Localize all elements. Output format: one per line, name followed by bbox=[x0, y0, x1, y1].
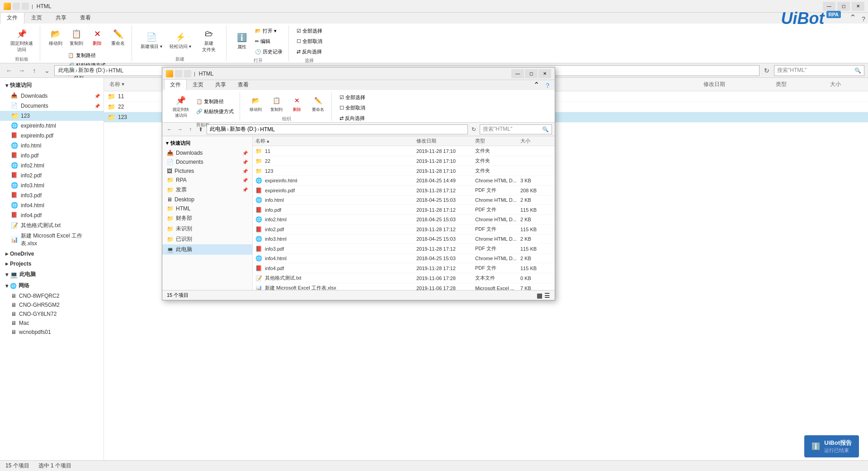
inner-address-path[interactable]: 此电脑 › 新加卷 (D:) › HTML bbox=[207, 124, 468, 134]
inner-col-name[interactable]: 名称 ▴ bbox=[255, 138, 416, 144]
new-folder-btn[interactable]: 🗁 新建 文件夹 bbox=[195, 26, 222, 55]
inner-sidebar-html[interactable]: 📁 HTML bbox=[162, 204, 252, 213]
onedrive-toggle[interactable]: ▸ OneDrive bbox=[0, 249, 104, 259]
sidebar-item-documents[interactable]: 📄 Documents 📌 bbox=[0, 101, 104, 111]
inner-copy-btn[interactable]: 📋 复制到 bbox=[266, 93, 286, 115]
close-button[interactable]: ✕ bbox=[852, 2, 864, 11]
sidebar-item-excel[interactable]: 📊 新建 Microsoft Excel 工作表.xlsx bbox=[0, 231, 104, 249]
tab-share[interactable]: 共享 bbox=[49, 12, 73, 24]
inner-refresh-btn[interactable]: ↻ bbox=[469, 125, 478, 134]
inner-table-row[interactable]: 🌐info4.html 2018-04-25 15:03 Chrome HTML… bbox=[253, 254, 555, 263]
quick-access-toggle[interactable]: ▾ 快速访问 bbox=[0, 80, 104, 91]
col-size[interactable]: 大小 bbox=[828, 80, 864, 89]
col-date[interactable]: 修改日期 bbox=[702, 80, 774, 89]
sidebar-item-info2-html[interactable]: 🌐 info2.html bbox=[0, 161, 104, 171]
inner-select-all-btn[interactable]: ☑ 全部选择 bbox=[337, 93, 368, 102]
inner-tab-home[interactable]: 主页 bbox=[187, 79, 209, 90]
inner-up-btn[interactable]: ↑ bbox=[186, 125, 195, 134]
sidebar-item-mac[interactable]: 🖥 Mac bbox=[0, 319, 104, 328]
inner-col-type[interactable]: 类型 bbox=[475, 138, 520, 144]
tab-file[interactable]: 文件 bbox=[0, 12, 24, 24]
inner-back-btn[interactable]: ← bbox=[165, 125, 174, 134]
inner-tab-share[interactable]: 共享 bbox=[209, 79, 232, 90]
inner-sidebar-pictures[interactable]: 🖼 Pictures 📌 bbox=[162, 167, 252, 176]
inner-sidebar-rpa[interactable]: 📁 RPA 📌 bbox=[162, 176, 252, 185]
rename-btn[interactable]: ✏️ 重命名 bbox=[108, 26, 128, 49]
refresh-btn[interactable]: ↻ bbox=[761, 65, 772, 76]
easy-access-btn[interactable]: ⚡ 轻松访问 ▾ bbox=[166, 29, 194, 52]
inner-table-row[interactable]: 📕expireinfo.pdf 2019-11-28 17:12 PDF 文件 … bbox=[253, 186, 555, 195]
sidebar-item-expireinfo-pdf[interactable]: 📕 expireinfo.pdf bbox=[0, 131, 104, 141]
inner-col-date[interactable]: 修改日期 bbox=[416, 138, 475, 144]
sidebar-item-info-pdf[interactable]: 📕 info.pdf bbox=[0, 151, 104, 161]
inner-table-row[interactable]: 📕info.pdf 2019-11-28 17:12 PDF 文件 115 KB bbox=[253, 205, 555, 215]
inner-sidebar-downloads[interactable]: 📥 Downloads 📌 bbox=[162, 148, 252, 157]
inner-sidebar-unrecognized[interactable]: 📁 未识别 bbox=[162, 224, 252, 234]
open-btn[interactable]: 📂 打开 ▾ bbox=[253, 26, 285, 36]
properties-btn[interactable]: ℹ️ 属性 bbox=[232, 30, 252, 52]
sidebar-item-cno-8wfqrc2[interactable]: 🖥 CNO-8WFQRC2 bbox=[0, 291, 104, 300]
sidebar-item-info-html[interactable]: 🌐 info.html bbox=[0, 141, 104, 151]
inner-table-row[interactable]: 🌐expireinfo.html 2018-04-25 14:49 Chrome… bbox=[253, 176, 555, 186]
forward-btn[interactable]: → bbox=[16, 65, 27, 76]
inner-col-size[interactable]: 大小 bbox=[520, 138, 552, 144]
inner-delete-btn[interactable]: ✕ 删除 bbox=[287, 93, 307, 115]
this-pc-toggle[interactable]: ▾ 💻 此电脑 bbox=[0, 269, 104, 280]
search-box[interactable]: 搜索"HTML" 🔍 bbox=[774, 65, 864, 76]
inner-search-box[interactable]: 搜索"HTML" 🔍 bbox=[480, 124, 552, 134]
new-item-btn[interactable]: 📄 新建项目 ▾ bbox=[137, 29, 165, 52]
inner-sidebar-recognized[interactable]: 📁 已识别 bbox=[162, 234, 252, 244]
sidebar-item-expireinfo-html[interactable]: 🌐 expireinfo.html bbox=[0, 121, 104, 131]
move-to-btn[interactable]: 📂 移动到 bbox=[46, 26, 66, 49]
inner-close-btn[interactable]: ✕ bbox=[538, 69, 551, 78]
inner-table-row[interactable]: 📁11 2019-11-28 17:10 文件夹 bbox=[253, 146, 555, 156]
sidebar-item-info3-pdf[interactable]: 📕 info3.pdf bbox=[0, 190, 104, 200]
projects-toggle[interactable]: ▸ Projects bbox=[0, 259, 104, 269]
back-btn[interactable]: ← bbox=[4, 65, 14, 76]
sidebar-item-info3-html[interactable]: 🌐 info3.html bbox=[0, 181, 104, 190]
sidebar-item-wcnobpdfs01[interactable]: 🖥 wcnobpdfs01 bbox=[0, 328, 104, 337]
inner-table-row[interactable]: 🌐info2.html 2018-04-25 15:03 Chrome HTML… bbox=[253, 215, 555, 224]
history-btn[interactable]: 🕐 历史记录 bbox=[253, 47, 285, 57]
inner-invert-btn[interactable]: ⇄ 反向选择 bbox=[337, 114, 368, 123]
sidebar-item-test-txt[interactable]: 📝 其他格式测试.txt bbox=[0, 220, 104, 231]
sidebar-item-info4-html[interactable]: 🌐 info4.html bbox=[0, 200, 104, 210]
col-type[interactable]: 类型 bbox=[774, 80, 828, 89]
inner-copy-path-btn[interactable]: 📋 复制路径 bbox=[194, 97, 236, 106]
inner-up2-btn[interactable]: ⬆ bbox=[196, 125, 205, 134]
uibot-status-badge[interactable]: ℹ️ UiBot报告 运行已结束 bbox=[804, 435, 859, 457]
inner-sidebar-documents[interactable]: 📄 Documents 📌 bbox=[162, 157, 252, 167]
sidebar-item-downloads[interactable]: 📥 Downloads 📌 bbox=[0, 91, 104, 101]
invert-selection-btn[interactable]: ⇄ 反向选择 bbox=[294, 47, 325, 57]
up-btn[interactable]: ↑ bbox=[29, 65, 40, 76]
inner-select-none-btn[interactable]: ☐ 全部取消 bbox=[337, 103, 368, 113]
tab-home[interactable]: 主页 bbox=[24, 12, 49, 24]
inner-list-view-btn[interactable]: ☰ bbox=[544, 292, 550, 299]
tab-view[interactable]: 查看 bbox=[73, 12, 98, 24]
inner-sidebar-desktop[interactable]: 🖥 Desktop bbox=[162, 195, 252, 204]
inner-ribbon-collapse-btn[interactable]: ⌃ bbox=[531, 80, 542, 90]
sidebar-item-cno-ghr5gm2[interactable]: 🖥 CNO-GHR5GM2 bbox=[0, 300, 104, 309]
inner-quick-access-toggle[interactable]: ▾ 快速访问 bbox=[162, 138, 252, 148]
inner-table-row[interactable]: 📁123 2019-11-28 17:10 文件夹 bbox=[253, 166, 555, 176]
sidebar-item-cno-gy8ln72[interactable]: 🖥 CNO-GY8LN72 bbox=[0, 309, 104, 319]
pin-quick-access-btn[interactable]: 📌 固定到快速 访问 bbox=[7, 26, 36, 55]
inner-table-row[interactable]: 📁22 2019-11-28 17:10 文件夹 bbox=[253, 156, 555, 166]
ribbon-collapse-btn[interactable]: ⌃ bbox=[847, 12, 859, 24]
copy-path-btn[interactable]: 📋 复制路径 bbox=[66, 51, 108, 60]
inner-table-row[interactable]: 📝其他格式测试.txt 2019-11-06 17:28 文本文件 0 KB bbox=[253, 273, 555, 283]
inner-table-row[interactable]: 📊新建 Microsoft Excel 工作表.xlsx 2019-11-06 … bbox=[253, 283, 555, 290]
inner-details-view-btn[interactable]: ▦ bbox=[537, 292, 542, 299]
inner-sidebar-finance[interactable]: 📁 财务部 bbox=[162, 213, 252, 224]
inner-table-row[interactable]: 📕info3.pdf 2019-11-28 17:12 PDF 文件 115 K… bbox=[253, 244, 555, 254]
inner-forward-btn[interactable]: → bbox=[175, 125, 184, 134]
delete-btn[interactable]: ✕ 删除 bbox=[87, 26, 107, 49]
inner-rename-btn[interactable]: ✏️ 重命名 bbox=[308, 93, 328, 115]
inner-sidebar-this-pc[interactable]: 💻 此电脑 bbox=[162, 244, 252, 255]
recent-locations-btn[interactable]: ⌄ bbox=[42, 65, 52, 76]
sidebar-item-info4-pdf[interactable]: 📕 info4.pdf bbox=[0, 210, 104, 220]
inner-maximize-btn[interactable]: ◻ bbox=[525, 69, 538, 78]
network-toggle[interactable]: ▾ 🌐 网络 bbox=[0, 280, 104, 291]
inner-table-row[interactable]: 📕info2.pdf 2019-11-28 17:12 PDF 文件 115 K… bbox=[253, 224, 555, 234]
edit-btn[interactable]: ✏ 编辑 bbox=[253, 37, 285, 46]
